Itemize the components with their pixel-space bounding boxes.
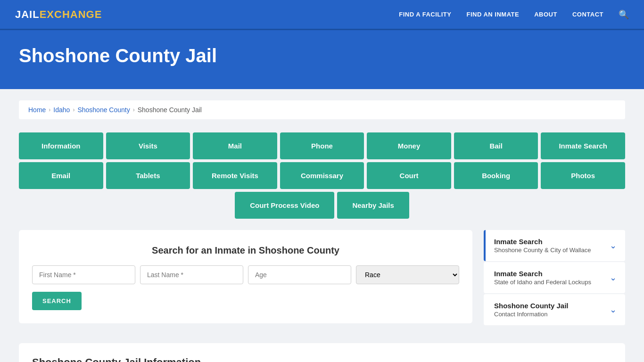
btn-nearby-jails[interactable]: Nearby Jails: [337, 192, 409, 219]
sidebar-item-text-2: Inmate Search State of Idaho and Federal…: [494, 270, 591, 286]
info-section: Shoshone County Jail Information: [19, 343, 625, 362]
sidebar: Inmate Search Shoshone County & City of …: [484, 230, 625, 326]
search-icon[interactable]: 🔍: [619, 9, 629, 20]
btn-mail[interactable]: Mail: [193, 132, 277, 159]
btn-commissary[interactable]: Commissary: [280, 162, 364, 189]
btn-money[interactable]: Money: [367, 132, 451, 159]
btn-visits[interactable]: Visits: [106, 132, 190, 159]
logo-jail: JAIL: [15, 8, 40, 20]
sidebar-item-sub-3: Contact Information: [494, 311, 569, 318]
breadcrumb-shoshone-county[interactable]: Shoshone County: [77, 106, 130, 114]
sidebar-item-title-2: Inmate Search: [494, 270, 591, 278]
btn-bail[interactable]: Bail: [454, 132, 538, 159]
find-an-inmate-link[interactable]: FIND AN INMATE: [466, 11, 519, 18]
sidebar-item-text-1: Inmate Search Shoshone County & City of …: [494, 238, 591, 254]
first-name-input[interactable]: [32, 265, 135, 284]
about-link[interactable]: ABOUT: [534, 11, 557, 18]
sidebar-item-text-3: Shoshone County Jail Contact Information: [494, 302, 569, 318]
navbar: JAILEXCHANGE FIND A FACILITY FIND AN INM…: [0, 0, 644, 30]
content-area: Home › Idaho › Shoshone County › Shoshon…: [0, 89, 644, 362]
button-grid-row3: Court Process Video Nearby Jails: [19, 192, 625, 219]
contact-link[interactable]: CONTACT: [572, 11, 603, 18]
main-layout: Search for an Inmate in Shoshone County …: [19, 230, 625, 326]
sidebar-inmate-search-shoshone[interactable]: Inmate Search Shoshone County & City of …: [484, 230, 625, 261]
sidebar-item-sub-1: Shoshone County & City of Wallace: [494, 247, 591, 254]
btn-information[interactable]: Information: [19, 132, 103, 159]
sidebar-contact-info[interactable]: Shoshone County Jail Contact Information…: [484, 294, 625, 325]
chevron-down-icon-3: ⌄: [610, 304, 617, 315]
search-button[interactable]: SEARCH: [32, 292, 82, 310]
sidebar-item-sub-2: State of Idaho and Federal Lockups: [494, 279, 591, 286]
breadcrumb-home[interactable]: Home: [28, 106, 46, 114]
breadcrumb-sep-1: ›: [49, 107, 50, 113]
info-layout: Shoshone County Jail Information: [19, 334, 625, 362]
sidebar-inmate-search-idaho[interactable]: Inmate Search State of Idaho and Federal…: [484, 262, 625, 293]
page-title: Shoshone County Jail: [19, 45, 625, 66]
sidebar-item-title-1: Inmate Search: [494, 238, 591, 246]
nav-links: FIND A FACILITY FIND AN INMATE ABOUT CON…: [399, 9, 629, 20]
info-title: Shoshone County Jail Information: [32, 356, 612, 362]
logo[interactable]: JAILEXCHANGE: [15, 8, 102, 21]
breadcrumb-sep-2: ›: [73, 107, 74, 113]
chevron-down-icon-1: ⌄: [610, 240, 617, 251]
search-box: Search for an Inmate in Shoshone County …: [19, 230, 472, 323]
breadcrumb-idaho[interactable]: Idaho: [53, 106, 70, 114]
chevron-down-icon-2: ⌄: [610, 272, 617, 283]
btn-inmate-search[interactable]: Inmate Search: [541, 132, 625, 159]
button-grid-row1: Information Visits Mail Phone Money Bail…: [19, 132, 625, 159]
sidebar-item-title-3: Shoshone County Jail: [494, 302, 569, 310]
breadcrumb-sep-3: ›: [133, 107, 135, 113]
btn-photos[interactable]: Photos: [541, 162, 625, 189]
last-name-input[interactable]: [140, 265, 243, 284]
race-select[interactable]: Race White Black Hispanic Asian Other: [356, 265, 459, 284]
breadcrumb: Home › Idaho › Shoshone County › Shoshon…: [19, 100, 625, 119]
logo-exchange: EXCHANGE: [40, 8, 102, 20]
btn-court-process-video[interactable]: Court Process Video: [235, 192, 334, 219]
hero-section: Shoshone County Jail: [0, 30, 644, 89]
btn-email[interactable]: Email: [19, 162, 103, 189]
breadcrumb-current: Shoshone County Jail: [138, 106, 202, 114]
age-input[interactable]: [248, 265, 351, 284]
search-title: Search for an Inmate in Shoshone County: [32, 245, 459, 256]
btn-court[interactable]: Court: [367, 162, 451, 189]
btn-remote-visits[interactable]: Remote Visits: [193, 162, 277, 189]
button-grid-row2: Email Tablets Remote Visits Commissary C…: [19, 162, 625, 189]
search-fields: Race White Black Hispanic Asian Other: [32, 265, 459, 284]
btn-booking[interactable]: Booking: [454, 162, 538, 189]
find-a-facility-link[interactable]: FIND A FACILITY: [399, 11, 451, 18]
btn-phone[interactable]: Phone: [280, 132, 364, 159]
btn-tablets[interactable]: Tablets: [106, 162, 190, 189]
